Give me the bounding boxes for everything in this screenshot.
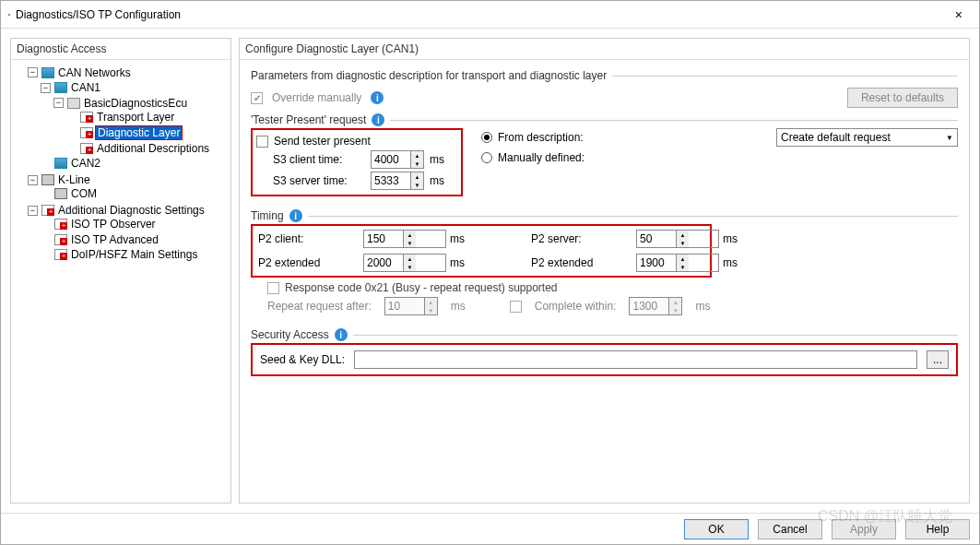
device-icon bbox=[54, 188, 67, 199]
repeat-after-spinner: ▲▼ bbox=[384, 297, 438, 315]
right-panel-title: Configure Diagnostic Layer (CAN1) bbox=[240, 39, 969, 60]
s3-server-spinner[interactable]: ▲▼ bbox=[371, 172, 424, 190]
security-redbox: Seed & Key DLL: ... bbox=[251, 343, 958, 376]
manually-defined-label: Manually defined: bbox=[498, 151, 584, 164]
seed-key-input[interactable] bbox=[354, 350, 917, 369]
page-icon bbox=[80, 127, 93, 138]
timing-header: Timing bbox=[251, 209, 284, 222]
complete-within-label: Complete within: bbox=[535, 300, 617, 313]
tree-iso-observer[interactable]: ISO TP Observer bbox=[39, 218, 159, 231]
dialog-window: Diagnostics/ISO TP Configuration × Diagn… bbox=[0, 0, 980, 545]
ecu-icon bbox=[67, 98, 80, 109]
p2-ext-client-spinner[interactable]: ▲▼ bbox=[363, 254, 446, 272]
from-description-label: From description: bbox=[498, 131, 584, 144]
info-icon[interactable]: i bbox=[289, 209, 302, 222]
s3-server-label: S3 server time: bbox=[273, 174, 365, 187]
left-panel: Diagnostic Access −CAN Networks −CAN1 −B… bbox=[10, 38, 231, 504]
page-icon bbox=[54, 234, 67, 245]
p2-ext-server-label: P2 extended bbox=[531, 256, 632, 269]
apply-button[interactable]: Apply bbox=[832, 519, 896, 539]
tree-transport-layer[interactable]: Transport Layer bbox=[65, 111, 178, 124]
tree-com[interactable]: COM bbox=[39, 187, 100, 200]
s3-client-spinner[interactable]: ▲▼ bbox=[371, 150, 424, 169]
page-icon bbox=[41, 205, 54, 216]
page-icon bbox=[54, 249, 67, 260]
resp21-checkbox[interactable] bbox=[267, 282, 279, 294]
right-panel: Configure Diagnostic Layer (CAN1) Parame… bbox=[239, 38, 970, 504]
send-tester-checkbox[interactable] bbox=[256, 136, 268, 148]
tree-doip[interactable]: DoIP/HSFZ Main Settings bbox=[39, 248, 201, 261]
repeat-after-label: Repeat request after: bbox=[267, 300, 372, 313]
from-description-radio[interactable] bbox=[481, 132, 492, 143]
p2-server-label: P2 server: bbox=[531, 232, 632, 245]
app-icon bbox=[8, 14, 10, 16]
tree-can1[interactable]: −CAN1 bbox=[39, 81, 104, 94]
help-button[interactable]: Help bbox=[905, 519, 970, 539]
page-icon bbox=[54, 219, 67, 230]
tree-ecu[interactable]: −BasicDiagnosticsEcu bbox=[52, 97, 191, 110]
info-icon[interactable]: i bbox=[371, 91, 384, 104]
browse-button[interactable]: ... bbox=[927, 350, 949, 369]
tree-iso-advanced[interactable]: ISO TP Advanced bbox=[39, 233, 162, 246]
p2-client-label: P2 client: bbox=[258, 232, 360, 245]
unit-ms: ms bbox=[430, 174, 444, 187]
p2-server-spinner[interactable]: ▲▼ bbox=[636, 230, 719, 248]
tree-can-networks[interactable]: −CAN Networks bbox=[26, 66, 135, 79]
chevron-down-icon: ▼ bbox=[946, 134, 953, 142]
tree-addl-settings[interactable]: −Additional Diagnostic Settings bbox=[26, 204, 208, 217]
tree-can2[interactable]: CAN2 bbox=[39, 157, 104, 170]
params-header: Parameters from diagnostic description f… bbox=[251, 69, 607, 82]
tree[interactable]: −CAN Networks −CAN1 −BasicDiagnosticsEcu… bbox=[11, 60, 230, 503]
send-tester-label: Send tester present bbox=[274, 135, 371, 148]
window-title: Diagnostics/ISO TP Configuration bbox=[16, 8, 181, 21]
close-icon[interactable]: × bbox=[946, 7, 972, 22]
titlebar: Diagnostics/ISO TP Configuration × bbox=[1, 1, 979, 29]
security-header: Security Access bbox=[251, 328, 329, 341]
tester-header: 'Tester Present' request bbox=[251, 113, 366, 126]
override-label: Override manually bbox=[272, 91, 361, 104]
complete-within-spinner: ▲▼ bbox=[629, 297, 682, 315]
p2-ext-client-label: P2 extended bbox=[258, 256, 360, 269]
tree-addl-desc[interactable]: Additional Descriptions bbox=[65, 142, 213, 155]
reset-defaults-button[interactable]: Reset to defaults bbox=[847, 88, 958, 108]
unit-ms: ms bbox=[430, 153, 444, 166]
timing-redbox: P2 client: ▲▼ ms P2 server: ▲▼ ms P2 ext… bbox=[251, 224, 712, 278]
page-icon bbox=[80, 143, 93, 154]
network-icon bbox=[54, 82, 67, 93]
device-icon bbox=[41, 174, 54, 185]
tree-diagnostic-layer[interactable]: Diagnostic Layer bbox=[65, 125, 184, 140]
tester-redbox: Send tester present S3 client time: ▲▼ m… bbox=[251, 128, 463, 196]
request-select[interactable]: Create default request▼ bbox=[776, 128, 958, 147]
resp21-label: Response code 0x21 (Busy - repeat reques… bbox=[285, 281, 558, 294]
ok-button[interactable]: OK bbox=[684, 519, 749, 539]
p2-client-spinner[interactable]: ▲▼ bbox=[363, 230, 446, 248]
info-icon[interactable]: i bbox=[335, 328, 348, 341]
cancel-button[interactable]: Cancel bbox=[758, 519, 822, 539]
s3-client-label: S3 client time: bbox=[273, 153, 365, 166]
network-icon bbox=[54, 158, 67, 169]
dialog-footer: OK Cancel Apply Help bbox=[1, 513, 979, 544]
page-icon bbox=[80, 112, 93, 123]
left-panel-title: Diagnostic Access bbox=[11, 39, 230, 60]
complete-within-checkbox bbox=[510, 301, 522, 313]
manually-defined-radio[interactable] bbox=[481, 152, 492, 163]
info-icon[interactable]: i bbox=[372, 113, 384, 126]
network-icon bbox=[41, 67, 54, 78]
override-checkbox[interactable]: ✔ bbox=[251, 92, 263, 104]
tree-kline[interactable]: −K-Line bbox=[26, 173, 94, 186]
p2-ext-server-spinner[interactable]: ▲▼ bbox=[636, 254, 719, 272]
seed-key-label: Seed & Key DLL: bbox=[260, 353, 345, 366]
